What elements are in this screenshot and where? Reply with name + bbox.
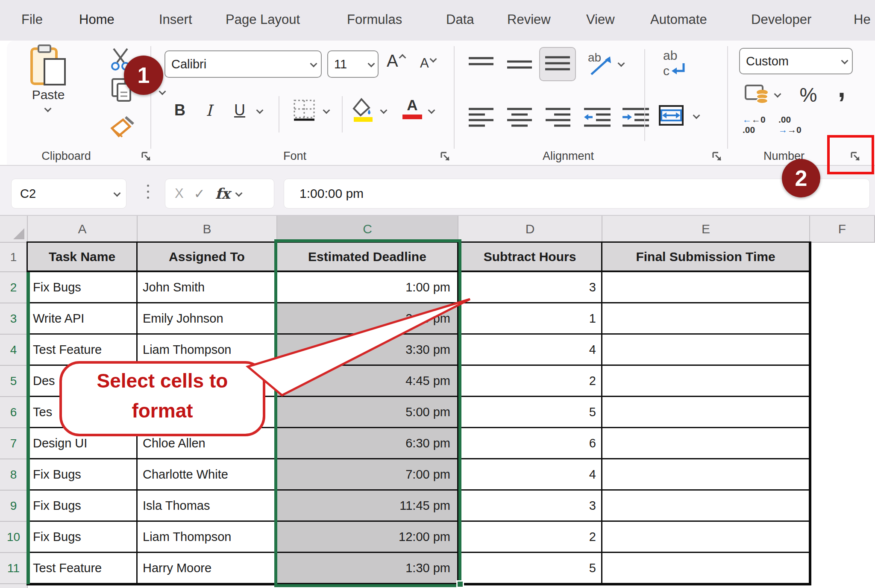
- increase-indent-icon[interactable]: [622, 107, 650, 130]
- cell[interactable]: Liam Thompson: [138, 335, 277, 366]
- cell[interactable]: Harry Moore: [138, 553, 277, 584]
- cell[interactable]: 11:45 pm: [277, 491, 458, 522]
- clipboard-dialog-launcher-icon[interactable]: [140, 150, 152, 164]
- row-header-11[interactable]: 11: [0, 553, 28, 584]
- cell[interactable]: Isla Thomas: [138, 491, 277, 522]
- borders-icon[interactable]: [292, 98, 316, 124]
- cell[interactable]: [602, 491, 810, 522]
- increase-decimal-button[interactable]: ←←0.00: [743, 115, 766, 135]
- orientation-icon[interactable]: ab: [586, 50, 614, 79]
- cell[interactable]: 3: [458, 491, 602, 522]
- insert-function-icon[interactable]: fx: [205, 185, 230, 202]
- tab-developer[interactable]: Developer: [751, 0, 811, 41]
- cell[interactable]: Test Feature: [28, 553, 138, 584]
- cell[interactable]: 5:00 pm: [277, 397, 458, 428]
- row-header-4[interactable]: 4: [0, 335, 28, 366]
- fx-dropdown-icon[interactable]: [235, 191, 242, 197]
- cell[interactable]: [602, 366, 810, 397]
- cell[interactable]: Design UI: [28, 428, 138, 459]
- cell[interactable]: Fix Bugs: [28, 522, 138, 553]
- row-header-8[interactable]: 8: [0, 459, 28, 491]
- header-cell[interactable]: Subtract Hours: [458, 243, 602, 272]
- accounting-format-icon[interactable]: [744, 83, 770, 109]
- tab-view[interactable]: View: [586, 0, 615, 41]
- row-header-9[interactable]: 9: [0, 491, 28, 522]
- top-align-icon[interactable]: [468, 55, 494, 77]
- tab-page-layout[interactable]: Page Layout: [226, 0, 300, 41]
- decrease-decimal-button[interactable]: .00→→0: [778, 115, 802, 135]
- row-header-6[interactable]: 6: [0, 397, 28, 428]
- cell[interactable]: 5: [458, 397, 602, 428]
- tab-home[interactable]: Home: [79, 0, 115, 41]
- font-name-dropdown-icon[interactable]: [310, 61, 317, 68]
- alignment-dialog-launcher-icon[interactable]: [711, 150, 723, 164]
- cell[interactable]: [602, 522, 810, 553]
- number-format-dropdown-icon[interactable]: [841, 58, 848, 65]
- cell[interactable]: 6:30 pm: [277, 428, 458, 459]
- cell[interactable]: [602, 335, 810, 366]
- cell[interactable]: [602, 303, 810, 335]
- paste-icon[interactable]: [26, 43, 70, 87]
- tab-he[interactable]: He: [854, 0, 871, 41]
- decrease-font-size-button[interactable]: A: [420, 56, 436, 71]
- cell[interactable]: [602, 459, 810, 491]
- cell[interactable]: 2:00 pm: [277, 303, 458, 335]
- format-painter-icon[interactable]: [109, 115, 135, 140]
- select-all-corner[interactable]: [0, 216, 28, 243]
- cell[interactable]: Fix Bugs: [28, 491, 138, 522]
- row-header-7[interactable]: 7: [0, 428, 28, 459]
- cell[interactable]: Liam Thompson: [138, 522, 277, 553]
- font-color-icon[interactable]: A: [402, 97, 422, 119]
- font-name-combobox[interactable]: Calibri: [164, 50, 322, 78]
- bottom-align-button-selected[interactable]: [539, 47, 576, 81]
- cell[interactable]: 6: [458, 428, 602, 459]
- row-header-5[interactable]: 5: [0, 366, 28, 397]
- wrap-text-icon[interactable]: ab c: [661, 49, 690, 80]
- merge-center-icon[interactable]: [658, 104, 686, 131]
- cell[interactable]: 4:45 pm: [277, 366, 458, 397]
- cell[interactable]: 1:30 pm: [277, 553, 458, 584]
- tab-automate[interactable]: Automate: [650, 0, 707, 41]
- font-dialog-launcher-icon[interactable]: [439, 150, 451, 164]
- row-header-3[interactable]: 3: [0, 303, 28, 335]
- cell[interactable]: [602, 272, 810, 303]
- cell[interactable]: 4: [458, 335, 602, 366]
- cell[interactable]: Charlotte White: [138, 459, 277, 491]
- number-format-combobox[interactable]: Custom: [739, 48, 853, 74]
- header-cell[interactable]: Task Name: [28, 243, 138, 272]
- cell[interactable]: 1: [458, 303, 602, 335]
- italic-button[interactable]: I: [201, 97, 217, 123]
- cell[interactable]: 4: [458, 459, 602, 491]
- font-size-dropdown-icon[interactable]: [368, 61, 374, 68]
- decrease-indent-icon[interactable]: [583, 107, 611, 130]
- cell[interactable]: 7:00 pm: [277, 459, 458, 491]
- fill-handle[interactable]: [456, 580, 464, 588]
- cell[interactable]: [602, 397, 810, 428]
- enter-icon[interactable]: ✓: [184, 186, 205, 202]
- cell[interactable]: Fix Bugs: [28, 459, 138, 491]
- row-header-10[interactable]: 10: [0, 522, 28, 553]
- tab-review[interactable]: Review: [507, 0, 551, 41]
- cell[interactable]: [602, 553, 810, 584]
- cell[interactable]: John Smith: [138, 272, 277, 303]
- cell[interactable]: Test Feature: [28, 335, 138, 366]
- formula-bar-resize-handle[interactable]: [147, 185, 149, 199]
- cell[interactable]: Write API: [28, 303, 138, 335]
- percent-style-button[interactable]: %: [796, 82, 821, 108]
- column-header-b[interactable]: B: [138, 216, 277, 243]
- fill-color-icon[interactable]: [350, 97, 375, 125]
- paste-button[interactable]: Paste: [21, 88, 76, 102]
- tab-data[interactable]: Data: [446, 0, 474, 41]
- name-box-dropdown-icon[interactable]: [114, 191, 120, 197]
- column-header-a[interactable]: A: [28, 216, 138, 243]
- cancel-icon[interactable]: X: [165, 186, 184, 201]
- cell[interactable]: Emily Johnson: [138, 303, 277, 335]
- row-header-2[interactable]: 2: [0, 272, 28, 303]
- cell[interactable]: 5: [458, 553, 602, 584]
- align-right-icon[interactable]: [545, 107, 571, 130]
- middle-align-icon[interactable]: [506, 55, 533, 77]
- tab-insert[interactable]: Insert: [159, 0, 192, 41]
- name-box[interactable]: C2: [11, 179, 126, 209]
- cell[interactable]: 2: [458, 522, 602, 553]
- tab-formulas[interactable]: Formulas: [347, 0, 402, 41]
